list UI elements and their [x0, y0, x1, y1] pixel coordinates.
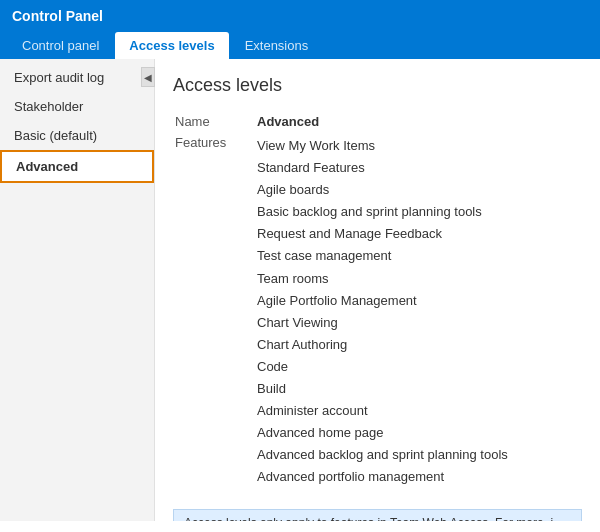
feature-12: Administer account: [257, 403, 368, 418]
info-bar: Access levels only apply to features in …: [173, 509, 582, 522]
feature-5: Test case management: [257, 248, 391, 263]
feature-10: Code: [257, 359, 288, 374]
feature-9: Chart Authoring: [257, 337, 347, 352]
feature-4: Request and Manage Feedback: [257, 226, 442, 241]
name-label: Name: [175, 112, 255, 131]
sidebar-item-export-audit-log[interactable]: Export audit log: [0, 63, 154, 92]
page-title: Access levels: [173, 75, 582, 96]
tab-extensions[interactable]: Extensions: [231, 32, 323, 59]
header-title: Control Panel: [0, 0, 600, 32]
features-label: Features: [175, 133, 255, 491]
feature-2: Agile boards: [257, 182, 329, 197]
feature-8: Chart Viewing: [257, 315, 338, 330]
tab-control-panel[interactable]: Control panel: [8, 32, 113, 59]
tab-access-levels[interactable]: Access levels: [115, 32, 228, 59]
feature-6: Team rooms: [257, 271, 329, 286]
sidebar-item-basic-default[interactable]: Basic (default): [0, 121, 154, 150]
name-value: Advanced: [257, 112, 580, 131]
tab-bar: Control panel Access levels Extensions: [0, 32, 600, 59]
sidebar-collapse-button[interactable]: ◀: [141, 67, 155, 87]
features-list: View My Work Items Standard Features Agi…: [257, 133, 580, 491]
detail-table: Name Advanced Features View My Work Item…: [173, 110, 582, 493]
sidebar-item-stakeholder[interactable]: Stakeholder: [0, 92, 154, 121]
feature-1: Standard Features: [257, 160, 365, 175]
feature-0: View My Work Items: [257, 138, 375, 153]
feature-14: Advanced backlog and sprint planning too…: [257, 447, 508, 462]
main-layout: ◀ Export audit log Stakeholder Basic (de…: [0, 59, 600, 521]
content-area: Access levels Name Advanced Features Vie…: [155, 59, 600, 521]
feature-15: Advanced portfolio management: [257, 469, 444, 484]
sidebar-item-advanced[interactable]: Advanced: [0, 150, 154, 183]
feature-3: Basic backlog and sprint planning tools: [257, 204, 482, 219]
feature-13: Advanced home page: [257, 425, 383, 440]
feature-7: Agile Portfolio Management: [257, 293, 417, 308]
sidebar: ◀ Export audit log Stakeholder Basic (de…: [0, 59, 155, 521]
feature-11: Build: [257, 381, 286, 396]
